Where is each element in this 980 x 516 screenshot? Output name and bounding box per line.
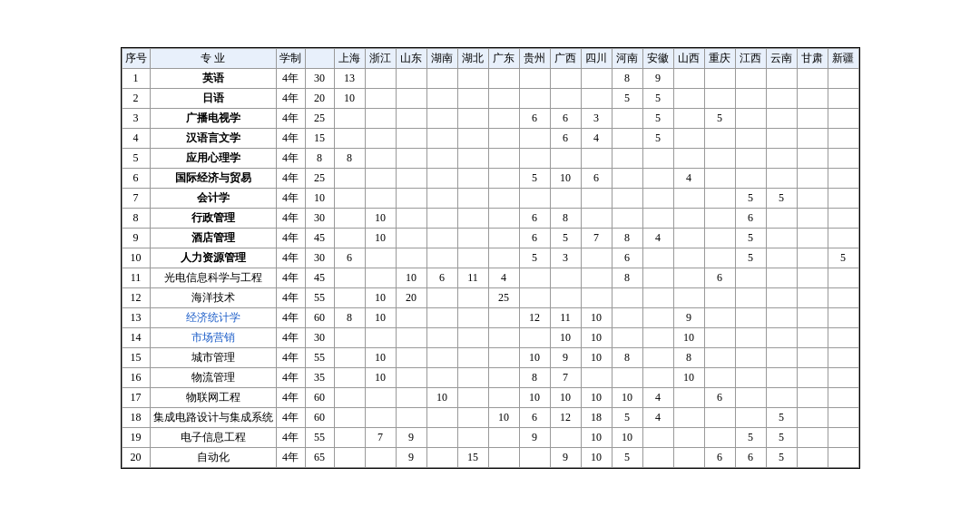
row-seq: 12 <box>122 288 150 308</box>
header-prov-10: 安徽 <box>642 49 673 69</box>
row-prov-cell: 20 <box>396 288 426 308</box>
row-prov-cell <box>828 308 858 328</box>
row-prov-cell: 10 <box>550 169 581 189</box>
row-years: 4年 <box>276 348 305 368</box>
row-prov-cell <box>396 69 426 89</box>
row-prov-cell <box>396 129 426 149</box>
row-prov-cell: 5 <box>766 448 797 468</box>
row-prov-cell: 4 <box>673 169 704 189</box>
row-prov-cell: 10 <box>581 308 612 328</box>
row-prov-cell <box>396 209 426 229</box>
row-prov-cell: 6 <box>550 109 581 129</box>
row-plan: 60 <box>305 308 334 328</box>
row-prov-cell <box>581 248 612 268</box>
row-prov-cell <box>797 109 828 129</box>
row-years: 4年 <box>276 428 305 448</box>
row-prov-cell <box>766 268 797 288</box>
header-prov-15: 甘肃 <box>797 49 828 69</box>
row-prov-cell <box>735 388 766 408</box>
row-prov-cell <box>488 89 519 109</box>
row-prov-cell <box>334 348 365 368</box>
row-prov-cell: 5 <box>766 189 797 209</box>
row-prov-cell <box>365 328 396 348</box>
row-major: 集成电路设计与集成系统 <box>150 408 276 428</box>
row-prov-cell <box>488 348 519 368</box>
row-prov-cell <box>457 69 488 89</box>
row-prov-cell <box>426 368 457 388</box>
row-major: 城市管理 <box>150 348 276 368</box>
row-years: 4年 <box>276 448 305 468</box>
row-prov-cell <box>828 268 858 288</box>
row-prov-cell <box>426 69 457 89</box>
row-prov-cell: 8 <box>612 268 642 288</box>
row-prov-cell <box>735 288 766 308</box>
row-plan: 55 <box>305 428 334 448</box>
row-seq: 16 <box>122 368 150 388</box>
row-prov-cell <box>797 129 828 149</box>
row-prov-cell: 5 <box>642 129 673 149</box>
row-seq: 13 <box>122 308 150 328</box>
row-prov-cell <box>766 368 797 388</box>
row-prov-cell: 9 <box>642 69 673 89</box>
row-prov-cell <box>797 408 828 428</box>
row-prov-cell <box>642 428 673 448</box>
row-prov-cell <box>797 348 828 368</box>
row-prov-cell: 12 <box>550 408 581 428</box>
row-prov-cell: 9 <box>550 448 581 468</box>
row-prov-cell <box>334 189 365 209</box>
row-prov-cell <box>365 388 396 408</box>
row-prov-cell <box>581 268 612 288</box>
row-prov-cell <box>612 209 642 229</box>
row-prov-cell <box>766 229 797 248</box>
row-prov-cell <box>365 69 396 89</box>
row-prov-cell <box>488 328 519 348</box>
row-years: 4年 <box>276 229 305 248</box>
row-prov-cell <box>828 408 858 428</box>
row-prov-cell <box>426 89 457 109</box>
row-prov-cell <box>642 328 673 348</box>
row-prov-cell: 6 <box>519 229 550 248</box>
row-prov-cell <box>550 288 581 308</box>
row-prov-cell <box>828 69 858 89</box>
header-prov-0: 上海 <box>334 49 365 69</box>
row-prov-cell <box>426 348 457 368</box>
row-prov-cell <box>735 69 766 89</box>
row-prov-cell <box>519 328 550 348</box>
row-years: 4年 <box>276 408 305 428</box>
row-prov-cell <box>457 129 488 149</box>
row-prov-cell <box>642 268 673 288</box>
row-prov-cell <box>581 69 612 89</box>
row-prov-cell: 5 <box>612 408 642 428</box>
row-prov-cell <box>519 89 550 109</box>
row-prov-cell: 5 <box>642 89 673 109</box>
row-prov-cell <box>828 229 858 248</box>
row-prov-cell <box>704 248 735 268</box>
row-prov-cell <box>581 89 612 109</box>
row-prov-cell <box>642 169 673 189</box>
row-prov-cell <box>828 388 858 408</box>
row-prov-cell: 10 <box>581 428 612 448</box>
row-prov-cell <box>797 169 828 189</box>
row-prov-cell <box>704 348 735 368</box>
row-seq: 4 <box>122 129 150 149</box>
row-major: 日语 <box>150 89 276 109</box>
row-prov-cell <box>673 189 704 209</box>
row-prov-cell <box>797 448 828 468</box>
row-prov-cell <box>334 368 365 388</box>
row-prov-cell: 10 <box>550 388 581 408</box>
row-prov-cell <box>828 288 858 308</box>
row-prov-cell <box>519 189 550 209</box>
row-prov-cell: 3 <box>550 248 581 268</box>
row-prov-cell: 6 <box>550 129 581 149</box>
row-prov-cell: 10 <box>426 388 457 408</box>
row-prov-cell <box>334 328 365 348</box>
row-prov-cell: 8 <box>334 149 365 169</box>
row-prov-cell <box>704 308 735 328</box>
row-prov-cell <box>396 308 426 328</box>
row-major: 汉语言文学 <box>150 129 276 149</box>
row-prov-cell: 5 <box>704 109 735 129</box>
row-prov-cell <box>642 348 673 368</box>
row-years: 4年 <box>276 89 305 109</box>
row-plan: 25 <box>305 169 334 189</box>
row-prov-cell <box>334 109 365 129</box>
